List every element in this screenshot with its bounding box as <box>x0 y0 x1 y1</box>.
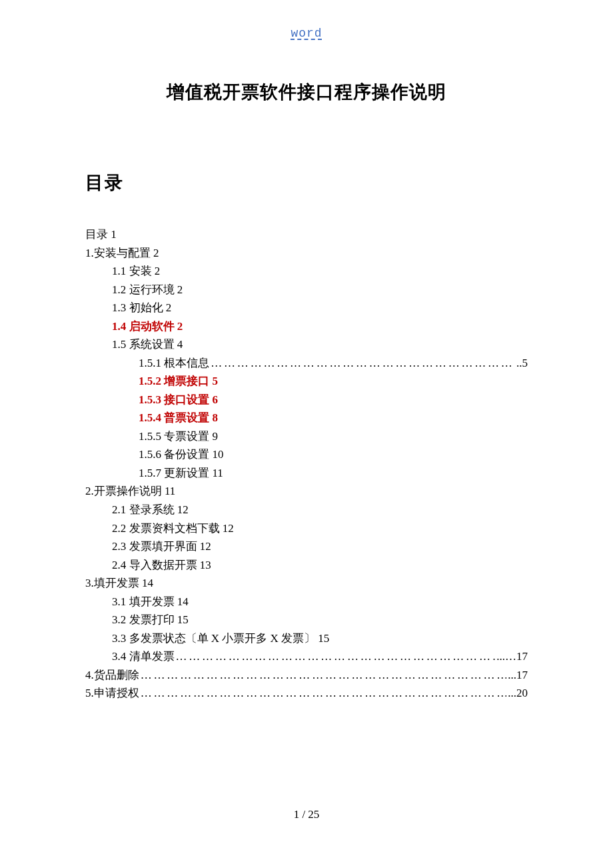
toc-entry[interactable]: 目录 1 <box>85 225 528 244</box>
toc-entry[interactable]: 2.3 发票填开界面 12 <box>85 537 528 556</box>
toc-entry[interactable]: 1.2 运行环境 2 <box>85 281 528 299</box>
toc-dots: …………………………………………………………………………………………………………… <box>211 354 515 373</box>
toc-entry[interactable]: 1.5.4 普票设置 8 <box>85 409 528 427</box>
toc-entry[interactable]: 2.2 发票资料文档下载 12 <box>85 519 528 538</box>
toc-entry[interactable]: 1.3 初始化 2 <box>85 299 528 317</box>
toc-dots: …………………………………………………………………………………………………………… <box>141 684 507 703</box>
toc-entry[interactable]: 3.2 发票打印 15 <box>85 611 528 629</box>
toc-entry[interactable]: 3.4 清单发票……………………………………………………………………………………… <box>85 647 528 666</box>
toc-entry[interactable]: 1.5.1 根本信息………………………………………………………………………………… <box>85 354 528 373</box>
header-word-link[interactable]: word <box>85 27 528 40</box>
toc-entry[interactable]: 1.安装与配置 2 <box>85 244 528 263</box>
toc-entry[interactable]: 3.3 多发票状态〔单 X 小票开多 X 发票〕 15 <box>85 629 528 648</box>
toc-entry-page: ..5 <box>516 354 528 373</box>
toc-entry[interactable]: 1.5.3 接口设置 6 <box>85 391 528 409</box>
toc-entry-title: 1.5.1 根本信息 <box>139 354 209 373</box>
toc-entry-page: ...17 <box>508 666 528 685</box>
toc-entry[interactable]: 5.申请授权…………………………………………………………………………………………… <box>85 684 528 703</box>
toc-entry-title: 3.4 清单发票 <box>112 647 175 666</box>
toc-entry-title: 4.货品删除 <box>85 666 139 685</box>
toc-entry[interactable]: 1.5.5 专票设置 9 <box>85 427 528 446</box>
toc-entry[interactable]: 1.4 启动软件 2 <box>85 317 528 336</box>
toc-entry-page: ...…17 <box>496 647 528 666</box>
toc-entry[interactable]: 1.5 系统设置 4 <box>85 335 528 354</box>
toc-heading: 目录 <box>85 171 528 195</box>
document-title: 增值税开票软件接口程序操作说明 <box>85 80 528 104</box>
toc-list: 目录 11.安装与配置 21.1 安装 21.2 运行环境 21.3 初始化 2… <box>85 225 528 703</box>
toc-entry[interactable]: 4.货品删除…………………………………………………………………………………………… <box>85 666 528 685</box>
toc-dots: …………………………………………………………………………………………………………… <box>176 647 496 666</box>
toc-entry[interactable]: 2.1 登录系统 12 <box>85 501 528 519</box>
toc-entry[interactable]: 2.开票操作说明 11 <box>85 482 528 501</box>
toc-entry[interactable]: 3.1 填开发票 14 <box>85 593 528 611</box>
toc-entry-title: 5.申请授权 <box>85 684 139 703</box>
toc-entry[interactable]: 2.4 导入数据开票 13 <box>85 556 528 575</box>
toc-entry[interactable]: 1.5.7 更新设置 11 <box>85 464 528 483</box>
toc-entry[interactable]: 1.5.2 增票接口 5 <box>85 372 528 391</box>
toc-entry-page: ...20 <box>508 684 528 703</box>
toc-dots: …………………………………………………………………………………………………………… <box>141 666 507 685</box>
toc-entry[interactable]: 1.1 安装 2 <box>85 262 528 281</box>
page-footer: 1 / 25 <box>0 808 613 821</box>
toc-entry[interactable]: 3.填开发票 14 <box>85 574 528 593</box>
toc-entry[interactable]: 1.5.6 备份设置 10 <box>85 445 528 464</box>
